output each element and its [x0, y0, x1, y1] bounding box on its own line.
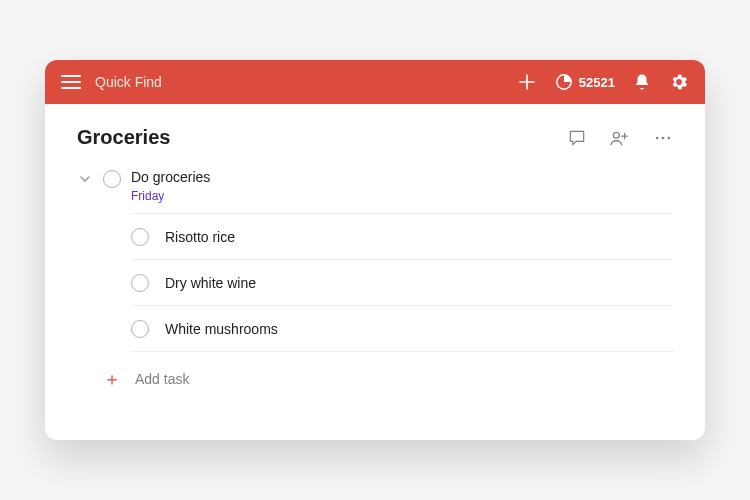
subtask-row[interactable]: Risotto rice [131, 213, 673, 259]
task-title: Do groceries [131, 169, 210, 185]
task-title: Dry white wine [165, 275, 256, 291]
subtask-list: Risotto rice Dry white wine White mushro… [131, 213, 673, 352]
add-task-label: Add task [135, 371, 189, 387]
karma-count: 52521 [579, 75, 615, 90]
search-input[interactable]: Quick Find [95, 74, 503, 90]
subtask-row[interactable]: Dry white wine [131, 259, 673, 305]
share-icon[interactable] [609, 128, 631, 148]
notifications-icon[interactable] [633, 73, 651, 91]
topbar-actions: 52521 [517, 72, 689, 92]
settings-icon[interactable] [669, 72, 689, 92]
menu-icon[interactable] [61, 75, 81, 89]
svg-point-4 [668, 136, 671, 139]
karma-icon [555, 73, 573, 91]
add-task-button[interactable]: ＋ Add task [103, 370, 673, 388]
task-checkbox[interactable] [131, 274, 149, 292]
task-checkbox[interactable] [131, 228, 149, 246]
list-title: Groceries [77, 126, 170, 149]
task-title: White mushrooms [165, 321, 278, 337]
svg-point-2 [656, 136, 659, 139]
more-icon[interactable] [653, 128, 673, 148]
karma-counter[interactable]: 52521 [555, 73, 615, 91]
plus-icon: ＋ [103, 370, 121, 388]
parent-task-row[interactable]: Do groceries Friday [77, 163, 673, 213]
comments-icon[interactable] [567, 128, 587, 148]
svg-point-1 [613, 132, 619, 138]
due-date: Friday [131, 189, 210, 203]
topbar: Quick Find 52521 [45, 60, 705, 104]
parent-task-body: Do groceries Friday [131, 169, 210, 203]
subtask-row[interactable]: White mushrooms [131, 305, 673, 352]
task-checkbox[interactable] [131, 320, 149, 338]
app-window: Quick Find 52521 Groceries [45, 60, 705, 440]
task-checkbox[interactable] [103, 170, 121, 188]
list-header: Groceries [77, 126, 673, 149]
svg-point-3 [662, 136, 665, 139]
task-title: Risotto rice [165, 229, 235, 245]
content-area: Groceries Do groceries Friday [45, 104, 705, 440]
chevron-down-icon[interactable] [77, 173, 93, 185]
add-icon[interactable] [517, 72, 537, 92]
list-actions [567, 128, 673, 148]
